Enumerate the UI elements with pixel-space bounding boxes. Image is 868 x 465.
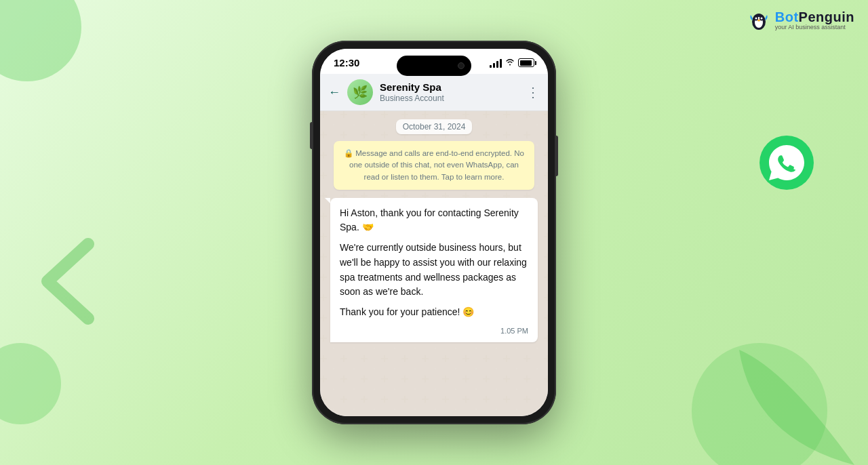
more-options-button[interactable]: ⋮ [526,84,540,100]
svg-point-5 [760,18,762,20]
botpenguin-tagline: your AI business assistant [775,24,854,31]
deco-shape-right [719,316,868,465]
botpenguin-logo: BotPenguin your AI business assistant [747,8,854,33]
encryption-notice[interactable]: 🔒 Message and calls are end-to-end encry… [334,141,534,190]
status-time: 12:30 [334,57,359,68]
date-badge-text: October 31, 2024 [396,119,473,134]
botpenguin-name: BotPenguin [775,9,854,24]
phone-screen: 12:30 [320,49,548,416]
lock-icon: 🔒 [344,149,355,157]
encryption-text: Message and calls are end-to-end encrypt… [349,149,524,181]
chat-body: October 31, 2024 🔒 Message and calls are… [320,111,548,416]
contact-avatar: 🌿 [347,79,373,105]
signal-bar-4 [500,59,502,68]
penguin-label: Penguin [799,9,854,24]
message-para-1: Hi Aston, thank you for contacting Seren… [340,206,528,235]
contact-name: Serenity Spa [380,81,519,94]
wifi-icon [505,58,515,68]
message-bubble: Hi Aston, thank you for contacting Seren… [330,198,538,342]
message-para-2: We're currently outside business hours, … [340,241,528,300]
contact-info: Serenity Spa Business Account [380,81,519,103]
signal-bars [490,58,502,68]
bot-label: Bot [775,9,799,24]
phone-wrapper: 12:30 [312,41,556,424]
battery-icon [518,58,534,67]
message-para-3: Thank you for your patience! 😊 [340,305,528,320]
phone-frame: 12:30 [312,41,556,424]
message-time: 1.05 PM [340,325,528,337]
status-icons [490,58,534,68]
svg-point-4 [755,18,757,20]
dynamic-island [397,56,471,76]
back-button[interactable]: ← [328,85,340,100]
camera-dot [458,62,465,69]
botpenguin-text: BotPenguin your AI business assistant [775,9,854,31]
whatsapp-icon [760,136,814,190]
signal-bar-3 [496,61,498,68]
botpenguin-icon [747,8,771,33]
signal-bar-2 [493,63,495,68]
signal-bar-1 [490,65,492,68]
contact-status: Business Account [380,94,519,103]
chat-header: ← 🌿 Serenity Spa Business Account ⋮ [320,74,548,111]
deco-arrow-left [34,237,115,325]
battery-fill [520,60,532,66]
date-badge: October 31, 2024 [327,119,541,134]
svg-point-6 [757,20,760,22]
status-bar: 12:30 [320,49,548,74]
